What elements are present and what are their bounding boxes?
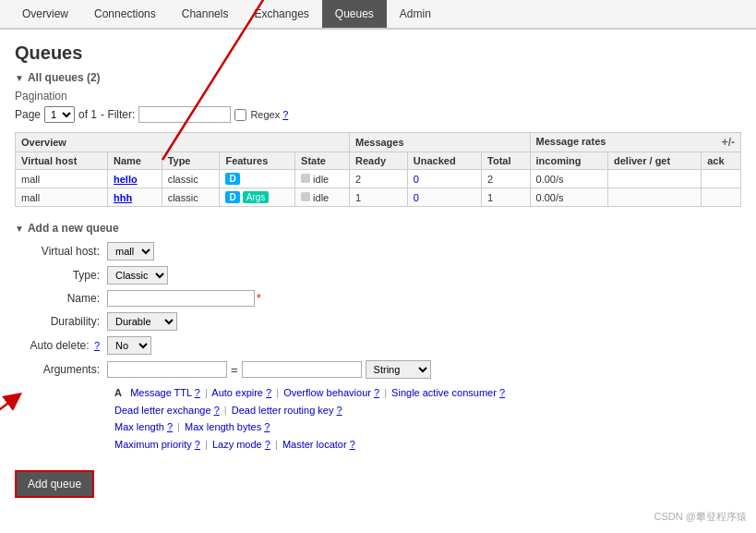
durability-select[interactable]: Durable Transient bbox=[107, 312, 177, 331]
cell-incoming: 0.00/s bbox=[530, 170, 607, 188]
hint-auto-expire[interactable]: Auto expire bbox=[211, 387, 263, 398]
cell-type: classic bbox=[162, 170, 220, 188]
filter-input[interactable] bbox=[138, 106, 231, 123]
table-row: mall hhh classic D Args idle 1 0 1 0.00/… bbox=[16, 188, 741, 207]
hint-dead-letter-exchange-help[interactable]: ? bbox=[214, 405, 220, 416]
vhost-row: Virtual host: mall bbox=[15, 242, 741, 260]
add-queue-header[interactable]: ▼ Add a new queue bbox=[15, 222, 741, 235]
col-ack: ack bbox=[702, 152, 741, 170]
cell-total: 1 bbox=[482, 188, 530, 207]
cell-type: classic bbox=[162, 188, 220, 207]
auto-delete-row: Auto delete: ? No Yes bbox=[15, 336, 741, 355]
hint-lazy-mode-help[interactable]: ? bbox=[265, 439, 270, 450]
cell-ready: 2 bbox=[349, 170, 407, 188]
required-star: * bbox=[257, 292, 261, 305]
col-ready: Ready bbox=[349, 152, 407, 170]
hint-overflow-behaviour[interactable]: Overflow behaviour bbox=[283, 387, 371, 398]
nav-overview[interactable]: Overview bbox=[9, 0, 81, 28]
hint-single-active[interactable]: Single active consumer bbox=[391, 387, 497, 398]
hint-max-length-help[interactable]: ? bbox=[167, 421, 173, 432]
cell-name[interactable]: hhh bbox=[108, 188, 162, 207]
red-arrow-annotation-2 bbox=[0, 389, 42, 463]
col-state: State bbox=[295, 152, 350, 170]
arguments-row: Arguments: = String Number Boolean bbox=[15, 360, 741, 379]
group-messages: Messages bbox=[349, 133, 530, 152]
args-inputs: = String Number Boolean bbox=[107, 360, 431, 379]
add-queue-button[interactable]: Add queue bbox=[15, 470, 94, 498]
nav-bar: Overview Connections Channels Exchanges … bbox=[0, 0, 756, 30]
hint-dead-letter-routing-help[interactable]: ? bbox=[336, 405, 342, 416]
hint-dead-letter-exchange[interactable]: Dead letter exchange bbox=[114, 405, 211, 416]
pagination-label: Pagination bbox=[15, 90, 741, 103]
cell-state: idle bbox=[295, 170, 350, 188]
hint-max-length-bytes[interactable]: Max length bytes bbox=[185, 421, 261, 432]
add-button-container: Add queue bbox=[15, 463, 741, 498]
nav-exchanges[interactable]: Exchanges bbox=[241, 0, 321, 28]
svg-line-3 bbox=[0, 398, 15, 454]
all-queues-header[interactable]: ▼ All queues (2) bbox=[15, 71, 741, 84]
regex-checkbox[interactable] bbox=[234, 109, 246, 121]
hint-overflow-help[interactable]: ? bbox=[374, 387, 379, 398]
nav-channels[interactable]: Channels bbox=[169, 0, 242, 28]
all-queues-label: All queues (2) bbox=[28, 71, 101, 84]
col-incoming: incoming bbox=[530, 152, 607, 170]
nav-admin[interactable]: Admin bbox=[387, 0, 444, 28]
cell-ack bbox=[702, 170, 741, 188]
hint-max-length[interactable]: Max length bbox=[114, 421, 164, 432]
cell-name[interactable]: hello bbox=[108, 170, 162, 188]
hint-single-active-help[interactable]: ? bbox=[499, 387, 505, 398]
auto-delete-select[interactable]: No Yes bbox=[107, 336, 151, 355]
page-title: Queues bbox=[15, 42, 741, 64]
regex-help[interactable]: ? bbox=[282, 109, 288, 120]
cell-incoming: 0.00/s bbox=[530, 188, 607, 207]
regex-label: Regex ? bbox=[250, 109, 288, 120]
hint-max-priority[interactable]: Maximum priority bbox=[114, 439, 192, 450]
nav-connections[interactable]: Connections bbox=[81, 0, 169, 28]
name-input[interactable] bbox=[107, 290, 255, 307]
nav-queues[interactable]: Queues bbox=[322, 0, 387, 28]
type-label: Type: bbox=[15, 269, 107, 282]
add-queue-label: Add a new queue bbox=[28, 222, 119, 235]
hint-max-priority-help[interactable]: ? bbox=[195, 439, 200, 450]
badge-d: D bbox=[225, 191, 239, 203]
hint-auto-expire-help[interactable]: ? bbox=[266, 387, 271, 398]
state-icon bbox=[301, 174, 310, 183]
badge-args: Args bbox=[243, 191, 270, 203]
type-select[interactable]: Classic bbox=[107, 266, 168, 285]
name-row: Name: * bbox=[15, 290, 741, 307]
col-total: Total bbox=[482, 152, 530, 170]
cell-deliver bbox=[608, 188, 702, 207]
durability-row: Durability: Durable Transient bbox=[15, 312, 741, 331]
name-label: Name: bbox=[15, 292, 107, 305]
hint-master-locator[interactable]: Master locator bbox=[282, 439, 347, 450]
cell-unacked: 0 bbox=[407, 188, 481, 207]
args-value-input[interactable] bbox=[242, 361, 362, 378]
auto-delete-help[interactable]: ? bbox=[94, 340, 100, 351]
vhost-select[interactable]: mall bbox=[107, 242, 154, 260]
add-queue-section: ▼ Add a new queue Virtual host: mall Typ… bbox=[15, 222, 741, 498]
hint-lazy-mode[interactable]: Lazy mode bbox=[212, 439, 262, 450]
type-row: Type: Classic bbox=[15, 266, 741, 285]
durability-label: Durability: bbox=[15, 315, 107, 328]
hint-header: A bbox=[114, 387, 122, 398]
args-key-input[interactable] bbox=[107, 361, 227, 378]
pagination-section: Pagination Page 1 of 1 - Filter: Regex ? bbox=[15, 90, 741, 123]
hint-message-ttl-help[interactable]: ? bbox=[195, 387, 200, 398]
table-container: Overview Messages Message rates +/- Virt… bbox=[15, 132, 741, 207]
col-vhost: Virtual host bbox=[16, 152, 108, 170]
args-type-select[interactable]: String Number Boolean bbox=[366, 360, 431, 379]
auto-delete-label: Auto delete: ? bbox=[15, 339, 107, 352]
col-type: Type bbox=[162, 152, 220, 170]
hint-master-locator-help[interactable]: ? bbox=[350, 439, 355, 450]
cell-unacked: 0 bbox=[407, 170, 481, 188]
hint-dead-letter-routing[interactable]: Dead letter routing key bbox=[232, 405, 334, 416]
hint-message-ttl[interactable]: Message TTL bbox=[130, 387, 192, 398]
add-queue-form: Virtual host: mall Type: Classic Name: *… bbox=[15, 242, 741, 454]
hint-max-length-bytes-help[interactable]: ? bbox=[264, 421, 270, 432]
cell-features: D Args bbox=[220, 188, 295, 207]
page-select[interactable]: 1 bbox=[44, 106, 75, 123]
cell-vhost: mall bbox=[16, 188, 108, 207]
watermark: CSDN @攀登程序猿 bbox=[654, 510, 747, 511]
plus-minus[interactable]: +/- bbox=[722, 136, 735, 149]
col-name: Name bbox=[108, 152, 162, 170]
